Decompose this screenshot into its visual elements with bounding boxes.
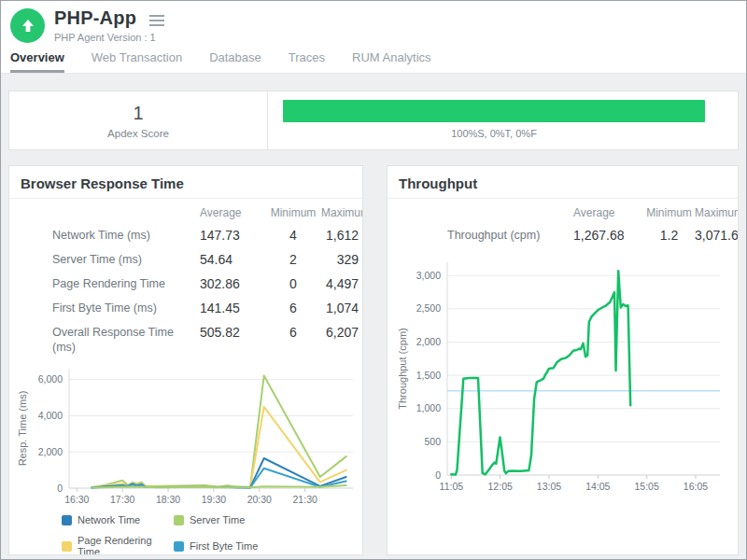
svg-text:2,000: 2,000: [38, 446, 63, 457]
legend-swatch: [62, 515, 72, 525]
legend-swatch: [174, 541, 184, 552]
apdex-score-block: 1 Apdex Score: [9, 91, 268, 149]
cell-min: 2: [265, 252, 321, 267]
table-row: Server Time (ms)54.642329: [9, 252, 362, 268]
cell-label: Throughput (cpm): [447, 228, 573, 244]
svg-text:500: 500: [424, 436, 441, 447]
app-header: PHP-App PHP Agent Version : 1: [1, 1, 746, 43]
cell-label: First Byte Time (ms): [52, 301, 200, 316]
legend-label: Page Rendering Time: [78, 535, 174, 555]
svg-text:20:30: 20:30: [247, 494, 272, 505]
browser-chart-legend: Network TimeServer TimePage Rendering Ti…: [62, 514, 362, 555]
header-maximum: Maximum: [695, 206, 730, 219]
cell-avg: 302.86: [200, 276, 265, 291]
cell-avg: 1,267.68: [573, 228, 643, 243]
header-maximum: Maximum: [321, 206, 359, 219]
throughput-stats-table: Average Minimum Maximum Throughput (cpm)…: [388, 206, 738, 244]
legend-label: Network Time: [78, 514, 140, 525]
cell-label: Server Time (ms): [52, 252, 200, 268]
header-average: Average: [573, 206, 643, 219]
tab-database[interactable]: Database: [209, 50, 261, 73]
svg-text:14:05: 14:05: [585, 481, 610, 492]
svg-text:11:05: 11:05: [440, 481, 464, 492]
legend-item[interactable]: Page Rendering Time: [62, 535, 174, 555]
cell-min: 4: [265, 228, 321, 243]
svg-text:16:30: 16:30: [64, 494, 89, 505]
throughput-panel-title: Throughput: [388, 166, 738, 199]
svg-text:3,000: 3,000: [416, 270, 441, 281]
table-row: Page Rendering Time302.8604,497: [9, 276, 362, 292]
cell-max: 4,497: [321, 276, 359, 291]
browser-panel-title: Browser Response Time: [9, 166, 362, 199]
legend-item[interactable]: First Byte Time: [174, 535, 362, 555]
svg-text:21:30: 21:30: [293, 494, 317, 505]
legend-label: Server Time: [190, 514, 245, 525]
agent-version-label: PHP Agent Version : 1: [54, 32, 164, 43]
browser-response-time-panel: Browser Response Time Average Minimum Ma…: [8, 165, 363, 555]
svg-text:19:30: 19:30: [202, 494, 226, 505]
cell-max: 6,207: [321, 325, 359, 340]
svg-text:0: 0: [57, 483, 63, 494]
legend-swatch: [62, 541, 72, 552]
svg-text:Throughput (cpm): Throughput (cpm): [397, 328, 408, 409]
header-average: Average: [200, 206, 265, 219]
svg-text:13:05: 13:05: [537, 481, 561, 492]
svg-text:2,500: 2,500: [416, 302, 441, 314]
header-minimum: Minimum: [265, 206, 321, 219]
apdex-card: 1 Apdex Score 100%S, 0%T, 0%F: [8, 91, 739, 150]
cell-avg: 54.64: [200, 252, 265, 267]
svg-text:2,000: 2,000: [416, 336, 441, 347]
cell-min: 6: [265, 301, 321, 315]
cell-max: 1,074: [321, 301, 359, 315]
app-title: PHP-App: [54, 7, 136, 29]
svg-text:1,000: 1,000: [416, 402, 441, 413]
cell-max: 1,612: [321, 228, 359, 243]
apdex-bar[interactable]: [283, 100, 705, 122]
tab-traces[interactable]: Traces: [289, 50, 325, 73]
cell-label: Network Time (ms): [52, 228, 200, 244]
svg-text:17:30: 17:30: [110, 494, 134, 505]
app-icon: [10, 8, 45, 43]
menu-icon[interactable]: [149, 12, 164, 29]
cell-avg: 141.45: [200, 301, 265, 315]
tab-overview[interactable]: Overview: [10, 50, 64, 73]
table-row: Overall Response Time (ms)505.8266,207: [9, 325, 362, 357]
cell-max: 329: [321, 252, 359, 267]
main-content: 1 Apdex Score 100%S, 0%T, 0%F Browser Re…: [1, 74, 746, 555]
legend-label: First Byte Time: [190, 540, 258, 552]
svg-text:0: 0: [435, 469, 441, 480]
table-row: First Byte Time (ms)141.4561,074: [9, 301, 362, 316]
svg-text:1,500: 1,500: [416, 370, 441, 381]
throughput-chart[interactable]: 05001,0001,5002,0002,5003,00011:0512:051…: [395, 253, 727, 503]
legend-item[interactable]: Network Time: [62, 514, 174, 525]
svg-text:4,000: 4,000: [38, 410, 63, 421]
arrow-up-icon: [19, 17, 37, 35]
svg-text:18:30: 18:30: [156, 494, 180, 505]
svg-text:Resp. Time (ms): Resp. Time (ms): [17, 391, 28, 467]
tab-bar: OverviewWeb TransactionDatabaseTracesRUM…: [1, 43, 746, 74]
cell-min: 6: [265, 325, 321, 340]
apdex-score-label: Apdex Score: [107, 128, 169, 139]
cell-min: 1.2: [643, 228, 695, 243]
tab-rum-analytics[interactable]: RUM Analytics: [352, 50, 431, 73]
svg-text:16:05: 16:05: [684, 481, 708, 492]
apdex-bar-block: 100%S, 0%T, 0%F: [268, 91, 738, 149]
cell-label: Overall Response Time (ms): [52, 325, 200, 357]
svg-text:15:05: 15:05: [635, 481, 659, 492]
cell-avg: 505.82: [200, 325, 265, 340]
throughput-panel: Throughput Average Minimum Maximum Throu…: [387, 165, 739, 555]
svg-text:12:05: 12:05: [488, 481, 513, 492]
header-minimum: Minimum: [643, 206, 695, 219]
apdex-score-value: 1: [133, 103, 143, 124]
table-row: Throughput (cpm)1,267.681.23,071.6: [388, 228, 738, 244]
legend-item[interactable]: Server Time: [174, 514, 362, 525]
legend-swatch: [174, 515, 184, 525]
cell-min: 0: [265, 276, 321, 291]
tab-web-transaction[interactable]: Web Transaction: [92, 50, 182, 73]
table-row: Network Time (ms)147.7341,612: [9, 228, 362, 244]
apdex-bar-label: 100%S, 0%T, 0%F: [283, 128, 705, 139]
browser-response-time-chart[interactable]: 02,0004,0006,00016:3017:3018:3019:3020:3…: [15, 361, 359, 512]
cell-avg: 147.73: [200, 228, 265, 243]
svg-text:6,000: 6,000: [38, 373, 63, 385]
browser-stats-table: Average Minimum Maximum Network Time (ms…: [9, 206, 362, 356]
